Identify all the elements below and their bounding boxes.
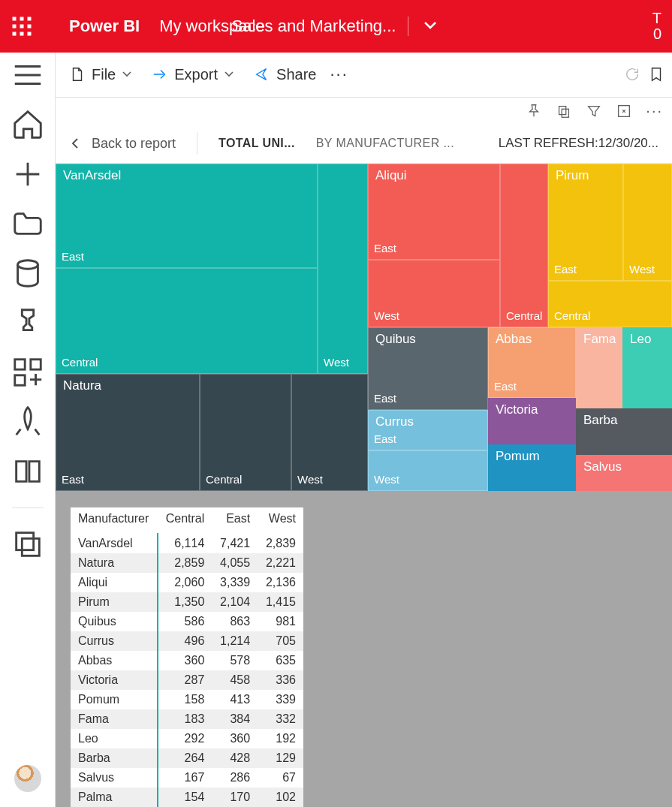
column-header[interactable]: Manufacturer — [71, 507, 158, 534]
bookmark-icon[interactable] — [648, 66, 664, 83]
table-cell: 167 — [158, 768, 212, 787]
treemap-child[interactable]: West — [318, 164, 368, 374]
treemap-child[interactable]: West — [368, 450, 488, 491]
table-cell: 413 — [212, 690, 258, 709]
matrix-visual[interactable]: ManufacturerCentralEastWest VanArsdel6,1… — [71, 507, 303, 807]
nav-create-icon[interactable] — [11, 161, 45, 188]
table-row[interactable]: Quibus586863981 — [71, 612, 303, 631]
treemap-node-abbas[interactable]: AbbasEast — [488, 327, 576, 398]
focus-icon[interactable] — [616, 103, 632, 119]
treemap-node-victoria[interactable]: Victoria — [488, 398, 576, 444]
nav-datahub-icon[interactable] — [11, 260, 45, 287]
treemap-node-pirum[interactable]: PirumEastWestCentral — [548, 164, 672, 327]
table-row[interactable]: Natura2,8594,0552,221 — [71, 553, 303, 573]
app-header: Power BI My workspace Sales and Marketin… — [0, 0, 672, 53]
table-cell: 339 — [258, 690, 303, 709]
back-to-report[interactable]: Back to report — [69, 136, 176, 152]
crumb-total-units[interactable]: TOTAL UNI... — [218, 137, 295, 150]
treemap-node-fama[interactable]: Fama — [576, 327, 622, 408]
treemap-child-label: East — [62, 250, 84, 263]
treemap-child[interactable]: East — [56, 374, 200, 491]
treemap-child-label: West — [374, 473, 399, 486]
visual-more[interactable]: ··· — [646, 102, 663, 119]
filter-icon[interactable] — [586, 103, 602, 119]
table-row[interactable]: VanArsdel6,1147,4212,839 — [71, 534, 303, 554]
column-header[interactable]: Central — [158, 507, 212, 534]
table-row[interactable]: Palma154170102 — [71, 787, 303, 807]
copy-icon[interactable] — [556, 103, 572, 119]
treemap-node-leo[interactable]: Leo — [622, 327, 672, 408]
treemap-child[interactable]: Central — [548, 281, 672, 327]
treemap-child[interactable]: East — [368, 164, 500, 260]
treemap-child[interactable]: East — [56, 164, 318, 268]
svg-point-9 — [17, 260, 38, 270]
toolbar-more[interactable]: ··· — [330, 65, 348, 84]
table-row[interactable]: Pomum158413339 — [71, 690, 303, 709]
report-title[interactable]: Sales and Marketing... — [232, 17, 396, 36]
table-cell: Palma — [71, 787, 158, 807]
column-header[interactable]: East — [212, 507, 258, 534]
treemap-node-barba[interactable]: Barba — [576, 408, 672, 455]
file-menu[interactable]: File — [63, 62, 138, 88]
user-avatar[interactable] — [14, 765, 41, 792]
table-cell: 578 — [212, 651, 258, 670]
table-cell: 287 — [158, 670, 212, 690]
treemap-child[interactable]: West — [623, 164, 672, 281]
table-row[interactable]: Salvus16728667 — [71, 768, 303, 787]
table-row[interactable]: Pirum1,3502,1041,415 — [71, 592, 303, 612]
refresh-icon[interactable] — [624, 66, 640, 83]
treemap-node-natura[interactable]: NaturaEastCentralWest — [56, 374, 368, 491]
treemap-child-label: West — [324, 356, 349, 369]
nav-divider — [12, 507, 44, 508]
table-cell: 154 — [158, 787, 212, 807]
svg-rect-3 — [13, 25, 17, 29]
treemap-node-quibus[interactable]: QuibusEast — [368, 327, 488, 410]
table-row[interactable]: Currus4961,214705 — [71, 631, 303, 651]
export-icon — [152, 66, 168, 83]
nav-goals-icon[interactable] — [11, 309, 45, 336]
table-row[interactable]: Barba264428129 — [71, 748, 303, 768]
treemap-node-salvus[interactable]: Salvus — [576, 455, 672, 491]
treemap-child[interactable]: East — [548, 164, 623, 281]
nav-apps-icon[interactable] — [11, 359, 45, 386]
crumb-separator — [197, 132, 197, 155]
treemap-node-pomum[interactable]: Pomum — [488, 444, 576, 491]
share-button[interactable]: Share — [248, 62, 322, 88]
nav-workspaces-icon[interactable] — [11, 531, 45, 558]
treemap-child[interactable]: East — [368, 410, 488, 450]
table-cell: Pomum — [71, 690, 158, 709]
treemap-child-label: East — [554, 263, 577, 276]
treemap-node-aliqui[interactable]: AliquiEastWestCentral — [368, 164, 548, 327]
table-row[interactable]: Fama183384332 — [71, 709, 303, 729]
report-dropdown[interactable] — [420, 17, 440, 35]
export-menu[interactable]: Export — [146, 62, 240, 88]
treemap-child[interactable]: Central — [200, 374, 291, 491]
nav-learn-icon[interactable] — [11, 458, 45, 485]
column-header[interactable]: West — [258, 507, 303, 534]
treemap-child[interactable]: Central — [500, 164, 548, 327]
table-row[interactable]: Abbas360578635 — [71, 651, 303, 670]
table-row[interactable]: Victoria287458336 — [71, 670, 303, 690]
nav-home-icon[interactable] — [11, 111, 45, 138]
treemap-node-vanarsdel[interactable]: VanArsdelEastCentralWest — [56, 164, 368, 374]
table-cell: Currus — [71, 631, 158, 651]
nav-browse-icon[interactable] — [11, 210, 45, 237]
treemap-child[interactable]: East — [368, 327, 488, 410]
nav-deployment-icon[interactable] — [11, 408, 45, 435]
treemap-child[interactable]: East — [488, 327, 576, 398]
waffle-icon[interactable] — [11, 15, 33, 38]
table-cell: 2,060 — [158, 573, 212, 592]
treemap-node-currus[interactable]: CurrusEastWest — [368, 410, 488, 491]
treemap-child[interactable]: West — [368, 260, 500, 327]
table-row[interactable]: Aliqui2,0603,3392,136 — [71, 573, 303, 592]
crumb-by-manufacturer[interactable]: BY MANUFACTURER ... — [316, 137, 454, 150]
nav-menu-toggle[interactable] — [11, 62, 45, 89]
pin-icon[interactable] — [526, 103, 542, 119]
treemap-child-label: West — [629, 263, 655, 276]
treemap-child[interactable]: Central — [56, 268, 318, 374]
treemap-child[interactable]: West — [291, 374, 368, 491]
table-cell: 102 — [258, 787, 303, 807]
table-cell: 384 — [212, 709, 258, 729]
treemap-visual[interactable]: VanArsdelEastCentralWestNaturaEastCentra… — [56, 164, 672, 490]
table-row[interactable]: Leo292360192 — [71, 729, 303, 748]
